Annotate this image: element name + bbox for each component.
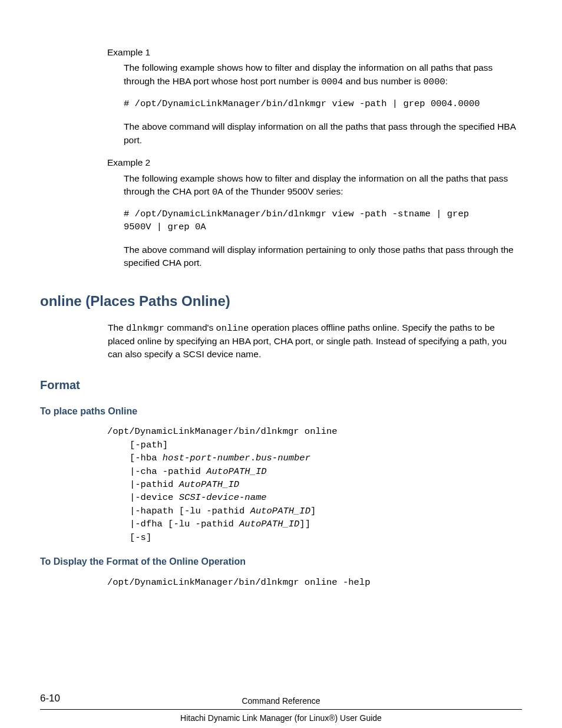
- section-title: online (Places Paths Online): [40, 291, 522, 312]
- example2-outro: The above command will display informati…: [124, 243, 522, 270]
- footer-bottom-text: Hitachi Dynamic Link Manager (for Linux®…: [40, 712, 522, 724]
- syntax-line: [-path]: [107, 439, 522, 452]
- format-sub1-title: To place paths Online: [40, 404, 522, 418]
- italic-text: AutoPATH_ID: [179, 479, 239, 490]
- example1-command: # /opt/DynamicLinkManager/bin/dlnkmgr vi…: [124, 98, 522, 111]
- italic-text: SCSI-device-name: [179, 492, 267, 503]
- italic-text: AutoPATH_ID: [250, 506, 310, 516]
- page-footer: 6-10 Command Reference Hitachi Dynamic L…: [40, 695, 522, 724]
- text: |-hapath [-lu -pathid: [130, 506, 250, 516]
- italic-text: AutoPATH_ID: [239, 519, 299, 529]
- syntax-line: /opt/DynamicLinkManager/bin/dlnkmgr onli…: [107, 426, 338, 437]
- italic-text: bus-number: [256, 453, 310, 463]
- syntax-line: [-hba host-port-number.bus-number: [107, 452, 522, 465]
- syntax-line: |-dfha [-lu -pathid AutoPATH_ID]]: [107, 518, 522, 531]
- example2-label: Example 2: [107, 156, 522, 169]
- code-inline: online: [216, 323, 249, 334]
- text: [-hba: [130, 453, 163, 463]
- format-sub2-title: To Display the Format of the Online Oper…: [40, 555, 522, 568]
- italic-text: AutoPATH_ID: [206, 466, 266, 477]
- syntax-line: [-s]: [107, 531, 522, 544]
- example2-command: # /opt/DynamicLinkManager/bin/dlnkmgr vi…: [124, 208, 501, 233]
- text: :: [445, 76, 448, 86]
- code-inline: 0A: [212, 187, 223, 197]
- text: |-cha -pathid: [130, 466, 206, 477]
- example1-intro: The following example shows how to filte…: [124, 61, 522, 88]
- example1-label: Example 1: [107, 46, 522, 59]
- text: |-pathid: [130, 479, 179, 490]
- text: of the Thunder 9500V series:: [223, 186, 343, 196]
- code-inline: 0000: [424, 77, 445, 87]
- syntax-line: |-device SCSI-device-name: [107, 491, 522, 504]
- text: [-s]: [130, 532, 151, 543]
- section-intro: The dlnkmgr command's online operation p…: [108, 321, 522, 361]
- format-title: Format: [40, 377, 522, 394]
- text: The: [108, 322, 126, 332]
- text: command's: [164, 322, 216, 332]
- syntax-line: |-hapath [-lu -pathid AutoPATH_ID]: [107, 505, 522, 518]
- text: ]: [310, 506, 316, 516]
- text: .: [250, 453, 256, 463]
- syntax-help: /opt/DynamicLinkManager/bin/dlnkmgr onli…: [107, 576, 522, 589]
- footer-rule: [40, 709, 522, 710]
- text: ]]: [299, 519, 310, 529]
- code-inline: dlnkmgr: [126, 323, 164, 334]
- text: [-path]: [130, 440, 168, 450]
- example2-intro: The following example shows how to filte…: [124, 172, 522, 199]
- text: and bus number is: [343, 76, 423, 86]
- italic-text: host-port-number: [163, 453, 250, 463]
- example1-outro: The above command will display informati…: [124, 120, 522, 147]
- page-number: 6-10: [40, 691, 60, 706]
- syntax-line: |-pathid AutoPATH_ID: [107, 478, 522, 491]
- text: |-dfha [-lu -pathid: [130, 519, 239, 529]
- code-inline: 0004: [321, 77, 343, 87]
- syntax-line: |-cha -pathid AutoPATH_ID: [107, 465, 522, 478]
- text: |-device: [130, 492, 179, 503]
- footer-top-text: Command Reference: [40, 695, 522, 707]
- syntax-online: /opt/DynamicLinkManager/bin/dlnkmgr onli…: [107, 425, 522, 544]
